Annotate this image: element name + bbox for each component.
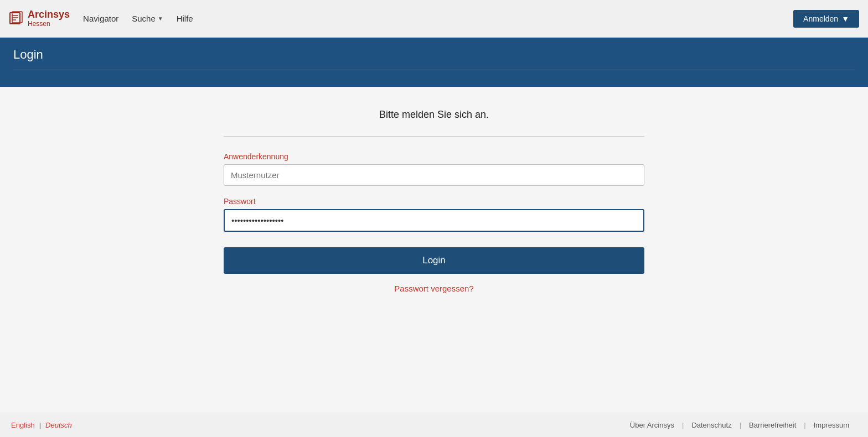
login-form: Anwenderkennung Passwort Login Passwort … [224, 152, 644, 293]
footer-lang-separator: | [39, 421, 41, 429]
footer-datenschutz-link[interactable]: Datenschutz [684, 421, 739, 429]
footer-ueber-link[interactable]: Über Arcinsys [622, 421, 682, 429]
logo-icon [9, 11, 24, 26]
logo-hessen-text: Hessen [28, 20, 70, 28]
main-content: Bitte melden Sie sich an. Anwenderkennun… [0, 87, 868, 413]
logo[interactable]: Arcinsys Hessen [9, 9, 70, 28]
username-input[interactable] [224, 164, 644, 186]
username-group: Anwenderkennung [224, 152, 644, 186]
logo-arcinsys-text: Arcinsys [28, 9, 70, 20]
username-label: Anwenderkennung [224, 152, 644, 161]
lang-deutsch-link[interactable]: Deutsch [45, 421, 72, 429]
suche-dropdown-icon: ▼ [158, 15, 163, 22]
password-label: Passwort [224, 197, 644, 206]
footer-barrierefreiheit-link[interactable]: Barrierefreiheit [741, 421, 804, 429]
lang-english-link[interactable]: English [11, 421, 35, 429]
navbar: Arcinsys Hessen Navigator Suche ▼ Hilfe … [0, 0, 868, 38]
svg-rect-0 [10, 13, 20, 24]
nav-navigator[interactable]: Navigator [83, 14, 118, 23]
anmelden-dropdown-icon: ▼ [841, 14, 849, 23]
footer-right: Über Arcinsys | Datenschutz | Barrierefr… [622, 421, 857, 429]
forgot-password-link[interactable]: Passwort vergessen? [224, 284, 644, 293]
password-group: Passwort [224, 197, 644, 232]
logo-text: Arcinsys Hessen [28, 9, 70, 28]
password-input[interactable] [224, 209, 644, 232]
nav-hilfe[interactable]: Hilfe [177, 14, 193, 23]
anmelden-button[interactable]: Anmelden ▼ [793, 10, 859, 28]
page-title: Login [13, 48, 855, 62]
footer: English | Deutsch Über Arcinsys | Datens… [0, 413, 868, 437]
login-divider [224, 136, 644, 137]
navbar-left: Arcinsys Hessen Navigator Suche ▼ Hilfe [9, 9, 193, 28]
login-button[interactable]: Login [224, 247, 644, 274]
footer-impressum-link[interactable]: Impressum [806, 421, 857, 429]
nav-suche[interactable]: Suche ▼ [132, 14, 163, 23]
page-header: Login [0, 38, 868, 87]
footer-left: English | Deutsch [11, 421, 72, 429]
navbar-right: Anmelden ▼ [793, 10, 859, 28]
login-subtitle: Bitte melden Sie sich an. [379, 109, 489, 121]
page-header-divider [13, 70, 855, 70]
